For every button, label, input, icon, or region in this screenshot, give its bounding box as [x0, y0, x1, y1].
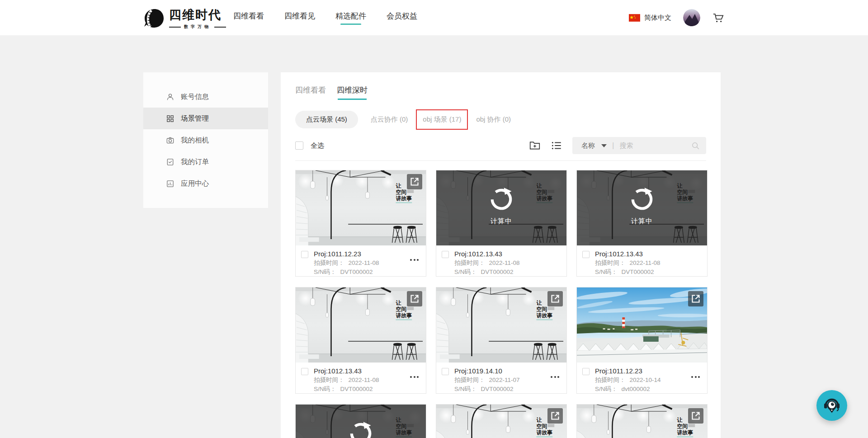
sidebar-item-my-camera[interactable]: 我的相机 — [143, 129, 268, 151]
list-view-icon[interactable] — [551, 140, 562, 151]
scene-card: Proj:1011.12.23 拍摄时间：2022-11-08 S/N码：DVT… — [295, 170, 426, 277]
filter-obj-collab[interactable]: obj 协作 (0) — [476, 115, 511, 124]
serial-number: S/N码：DVT000002 — [314, 385, 420, 394]
sort-field-selector[interactable]: 名称 — [581, 141, 595, 150]
project-title: Proj:1011.12.23 — [595, 366, 702, 376]
card-menu-button[interactable] — [691, 376, 700, 378]
navbar-right: ★ ★ ★ 简体中文 — [629, 0, 724, 35]
shoot-date: 拍摄时间：2022-10-14 — [595, 376, 702, 385]
brand-logo-icon — [144, 8, 165, 29]
card-checkbox[interactable] — [301, 251, 308, 258]
studio-scene-image — [296, 287, 426, 363]
nav-item-kankan[interactable]: 四维看看 — [233, 11, 264, 25]
scene-card: Proj:1011.12.23 拍摄时间：2022-10-14 S/N码：dvt… — [576, 287, 708, 394]
open-scene-button[interactable] — [407, 174, 422, 189]
card-checkbox[interactable] — [582, 251, 590, 258]
card-menu-button[interactable] — [410, 259, 419, 261]
filter-obj-scenes[interactable]: obj 场景 (17) — [416, 109, 468, 130]
open-scene-button[interactable] — [688, 291, 703, 306]
studio-scene-image — [436, 405, 566, 438]
scene-thumbnail[interactable] — [436, 287, 566, 363]
shoot-date: 拍摄时间：2022-11-08 — [314, 259, 420, 268]
scene-thumbnail[interactable]: 计算中 — [577, 170, 707, 245]
avatar-image — [683, 9, 700, 26]
select-all-checkbox[interactable] — [295, 141, 303, 150]
computing-label: 计算中 — [631, 217, 653, 226]
tab-siwei-kankan[interactable]: 四维看看 — [295, 85, 326, 100]
brand-name: 四维时代 — [169, 7, 226, 23]
chevron-down-icon[interactable] — [601, 144, 607, 147]
card-checkbox[interactable] — [442, 368, 449, 375]
card-checkbox[interactable] — [442, 251, 449, 258]
top-navbar: 四维时代 数字万物 四维看看 四维看见 精选配件 会员权益 ★ ★ ★ 简体中文 — [0, 0, 868, 35]
user-icon — [166, 93, 175, 101]
new-folder-icon[interactable] — [529, 140, 541, 151]
scene-thumbnail[interactable]: 计算中 — [296, 405, 426, 438]
scene-thumbnail[interactable] — [296, 287, 426, 363]
sidebar-item-account-info[interactable]: 账号信息 — [143, 86, 268, 108]
shoot-date: 拍摄时间：2022-11-08 — [314, 376, 420, 385]
studio-scene-image — [436, 287, 566, 363]
filter-pointcloud-scenes[interactable]: 点云场景 (45) — [295, 111, 358, 128]
nav-item-accessories[interactable]: 精选配件 — [335, 11, 366, 25]
scene-card — [576, 404, 708, 438]
scene-card: 计算中 Proj:1012.13.43 拍摄时间：2022-11-08 S/N码… — [576, 170, 708, 277]
language-switcher[interactable]: ★ ★ ★ 简体中文 — [629, 14, 671, 22]
apps-icon — [166, 179, 175, 188]
app-window: 四维时代 数字万物 四维看看 四维看见 精选配件 会员权益 ★ ★ ★ 简体中文 — [0, 0, 868, 438]
scene-thumbnail[interactable] — [296, 170, 426, 245]
card-menu-button[interactable] — [410, 376, 419, 378]
cart-icon[interactable] — [712, 12, 724, 24]
search-bar[interactable]: 名称 | 搜索 — [572, 137, 706, 154]
shoot-date: 拍摄时间：2022-11-07 — [454, 376, 561, 385]
language-label: 简体中文 — [644, 14, 671, 22]
computing-label: 计算中 — [491, 217, 512, 226]
tab-siwei-shenshi[interactable]: 四维深时 — [337, 85, 368, 100]
account-sidebar: 账号信息 场景管理 我的相机 我的订单 应用中心 — [143, 72, 268, 208]
computing-overlay: 计算中 — [577, 170, 707, 245]
order-icon — [166, 158, 175, 166]
scene-thumbnail[interactable] — [577, 405, 707, 438]
list-toolbar: 全选 名称 | 搜索 — [295, 137, 706, 161]
open-scene-button[interactable] — [547, 408, 563, 424]
scene-thumbnail[interactable]: 计算中 — [436, 170, 566, 245]
loading-spinner-icon — [489, 187, 514, 212]
avatar[interactable] — [683, 9, 700, 26]
scene-management-panel: 四维看看 四维深时 点云场景 (45) 点云协作 (0) obj 场景 (17)… — [281, 72, 721, 438]
card-menu-button[interactable] — [551, 376, 559, 378]
loading-spinner-icon — [349, 421, 373, 438]
open-scene-button[interactable] — [688, 408, 703, 424]
search-icon[interactable] — [691, 141, 700, 150]
robot-mascot-icon — [822, 396, 842, 415]
nav-item-membership[interactable]: 会员权益 — [387, 11, 417, 25]
project-title: Proj:1012.13.43 — [314, 366, 420, 376]
sidebar-item-app-center[interactable]: 应用中心 — [143, 173, 268, 194]
scene-thumbnail[interactable] — [577, 287, 707, 363]
loading-spinner-icon — [630, 187, 654, 212]
scene-type-filters: 点云场景 (45) 点云协作 (0) obj 场景 (17) obj 协作 (0… — [295, 109, 706, 130]
brand-logo[interactable]: 四维时代 数字万物 — [144, 7, 226, 30]
shoot-date: 拍摄时间：2022-11-08 — [454, 259, 561, 268]
project-title: Proj:1012.13.43 — [454, 249, 561, 259]
expand-icon — [407, 174, 422, 189]
scene-thumbnail[interactable] — [436, 405, 566, 438]
expand-icon — [407, 291, 422, 306]
serial-number: S/N码：dvt000002 — [595, 385, 702, 394]
chat-support-button[interactable] — [816, 390, 847, 421]
card-checkbox[interactable] — [301, 368, 308, 375]
china-flag-icon: ★ ★ ★ — [629, 14, 640, 22]
search-input[interactable]: 搜索 — [619, 141, 687, 150]
outdoor-scene-image — [577, 287, 707, 363]
project-title: Proj:1012.13.43 — [595, 249, 702, 259]
open-scene-button[interactable] — [547, 291, 563, 306]
filter-pointcloud-collab[interactable]: 点云协作 (0) — [371, 115, 408, 124]
serial-number: S/N码：DVT000002 — [595, 268, 702, 277]
studio-scene-image — [296, 170, 426, 245]
open-scene-button[interactable] — [407, 291, 422, 306]
grid-icon — [166, 114, 175, 123]
serial-number: S/N码：DVT000002 — [454, 268, 561, 277]
sidebar-item-my-orders[interactable]: 我的订单 — [143, 151, 268, 173]
card-checkbox[interactable] — [582, 368, 590, 375]
nav-item-kanjian[interactable]: 四维看见 — [284, 11, 315, 25]
sidebar-item-scene-management[interactable]: 场景管理 — [143, 108, 268, 129]
